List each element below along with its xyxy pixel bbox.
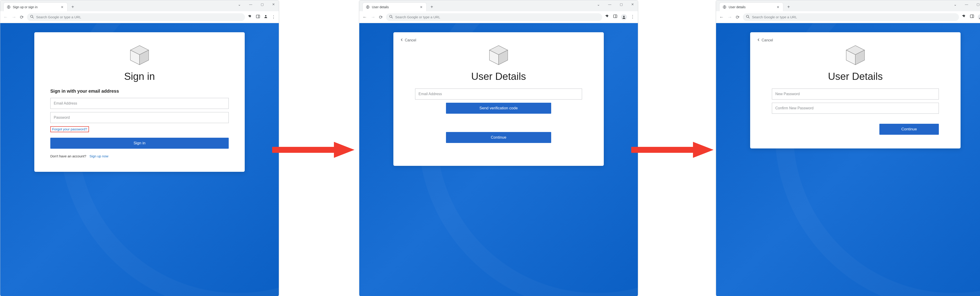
svg-line-2 — [33, 17, 34, 18]
page-viewport: Cancel User Details Send verification co… — [359, 23, 638, 296]
confirm-password-field[interactable] — [772, 103, 939, 114]
menu-icon[interactable]: ⋮ — [272, 14, 275, 20]
forward-icon[interactable]: → — [371, 14, 375, 20]
cancel-label: Cancel — [405, 38, 416, 42]
minimize-icon[interactable]: — — [963, 2, 970, 7]
close-tab-icon[interactable]: ✕ — [420, 5, 423, 10]
minimize-icon[interactable]: — — [606, 2, 613, 7]
close-tab-icon[interactable]: ✕ — [776, 5, 780, 10]
extensions-icon[interactable] — [248, 14, 252, 20]
maximize-icon[interactable]: ▢ — [975, 2, 980, 7]
minimize-icon[interactable]: — — [247, 2, 254, 7]
window-controls: ⌄ — ▢ ✕ — [595, 2, 636, 7]
browser-tab[interactable]: User details ✕ — [363, 3, 426, 11]
side-panel-icon[interactable] — [613, 14, 617, 20]
search-icon — [746, 15, 750, 19]
close-tab-icon[interactable]: ✕ — [60, 5, 64, 10]
extensions-icon[interactable] — [962, 14, 966, 20]
globe-icon — [723, 5, 726, 9]
svg-point-12 — [390, 15, 392, 18]
signup-row: Don't have an account? Sign up now — [50, 154, 229, 158]
reload-icon[interactable]: ⟳ — [736, 14, 740, 20]
tab-title: User details — [729, 5, 774, 9]
maximize-icon[interactable]: ▢ — [259, 2, 266, 7]
signup-link[interactable]: Sign up now — [89, 154, 108, 158]
titlebar: Sign up or sign in ✕ + ⌄ — ▢ ✕ — [0, 0, 279, 11]
forward-icon[interactable]: → — [727, 14, 732, 20]
forgot-password-link[interactable]: Forgot your password? — [52, 127, 87, 131]
svg-rect-20 — [631, 147, 695, 153]
tab-title: User details — [372, 5, 417, 9]
flow-arrow-1 — [272, 142, 355, 158]
cancel-link[interactable]: Cancel — [757, 38, 773, 42]
card-heading: User Details — [766, 71, 945, 82]
search-icon — [389, 15, 393, 19]
send-code-button[interactable]: Send verification code — [446, 103, 551, 114]
profile-icon[interactable] — [264, 14, 268, 20]
chevron-down-icon[interactable]: ⌄ — [236, 2, 243, 7]
svg-rect-25 — [970, 14, 974, 18]
address-bar[interactable]: Search Google or type a URL — [27, 13, 245, 21]
close-window-icon[interactable]: ✕ — [629, 2, 636, 7]
page-viewport: Sign in Sign in with your email address … — [0, 23, 279, 296]
email-field[interactable] — [415, 89, 582, 100]
chevron-down-icon[interactable]: ⌄ — [951, 2, 958, 7]
address-bar[interactable]: Search Google or type a URL — [743, 13, 959, 21]
menu-icon[interactable]: ⋮ — [630, 14, 635, 20]
side-panel-icon[interactable] — [256, 14, 260, 20]
continue-button[interactable]: Continue — [446, 132, 551, 143]
forward-icon[interactable]: → — [12, 14, 16, 20]
extensions-icon[interactable] — [605, 14, 609, 20]
chevron-left-icon — [400, 38, 403, 42]
new-tab-button[interactable]: + — [69, 3, 76, 10]
continue-button[interactable]: Continue — [879, 124, 939, 135]
omnibox-placeholder: Search Google or type a URL — [36, 15, 81, 19]
svg-rect-14 — [614, 14, 617, 18]
cancel-label: Cancel — [762, 38, 773, 42]
svg-marker-21 — [693, 142, 714, 158]
svg-point-16 — [623, 16, 625, 17]
browser-window-3: User details ✕ + ⌄ — ▢ ✕ ← → ⟳ Search Go… — [716, 0, 980, 296]
chevron-left-icon — [757, 38, 760, 42]
browser-tab[interactable]: User details ✕ — [719, 3, 783, 11]
password-field[interactable] — [50, 112, 229, 123]
userdetails-card: Cancel User Details Send verification co… — [393, 32, 604, 166]
cancel-link[interactable]: Cancel — [400, 38, 416, 42]
signin-button[interactable]: Sign in — [50, 138, 229, 149]
back-icon[interactable]: ← — [3, 14, 8, 20]
svg-rect-3 — [256, 15, 260, 18]
chevron-down-icon[interactable]: ⌄ — [595, 2, 602, 7]
signin-card: Sign in Sign in with your email address … — [34, 32, 245, 172]
maximize-icon[interactable]: ▢ — [618, 2, 625, 7]
browser-window-2: User details ✕ + ⌄ — ▢ ✕ ← → ⟳ Search Go… — [359, 0, 638, 296]
search-icon — [30, 15, 34, 19]
cube-logo-icon — [486, 44, 511, 67]
new-tab-button[interactable]: + — [428, 3, 435, 10]
window-controls: ⌄ — ▢ ✕ — [236, 2, 277, 7]
tab-title: Sign up or sign in — [13, 5, 58, 9]
new-password-field[interactable] — [772, 89, 939, 100]
reload-icon[interactable]: ⟳ — [379, 14, 383, 20]
reload-icon[interactable]: ⟳ — [20, 14, 24, 20]
forgot-password-highlight: Forgot your password? — [50, 126, 89, 132]
back-icon[interactable]: ← — [363, 14, 367, 20]
back-icon[interactable]: ← — [719, 14, 724, 20]
email-field[interactable] — [50, 98, 229, 109]
address-bar[interactable]: Search Google or type a URL — [386, 13, 602, 21]
cube-logo-icon — [127, 44, 152, 67]
svg-point-23 — [746, 15, 749, 18]
close-window-icon[interactable]: ✕ — [270, 2, 277, 7]
browser-tab[interactable]: Sign up or sign in ✕ — [3, 3, 67, 11]
page-viewport: Cancel User Details Continue — [716, 23, 980, 296]
profile-icon[interactable] — [978, 14, 980, 20]
flow-arrow-2 — [631, 142, 714, 158]
side-panel-icon[interactable] — [970, 14, 974, 20]
svg-rect-9 — [272, 147, 336, 153]
profile-icon[interactable] — [621, 14, 627, 20]
new-tab-button[interactable]: + — [785, 3, 792, 10]
card-subtitle: Sign in with your email address — [50, 89, 229, 94]
cube-logo-icon — [843, 44, 868, 67]
omnibox-placeholder: Search Google or type a URL — [752, 15, 797, 19]
titlebar: User details ✕ + ⌄ — ▢ ✕ — [359, 0, 638, 11]
svg-line-13 — [392, 17, 393, 18]
